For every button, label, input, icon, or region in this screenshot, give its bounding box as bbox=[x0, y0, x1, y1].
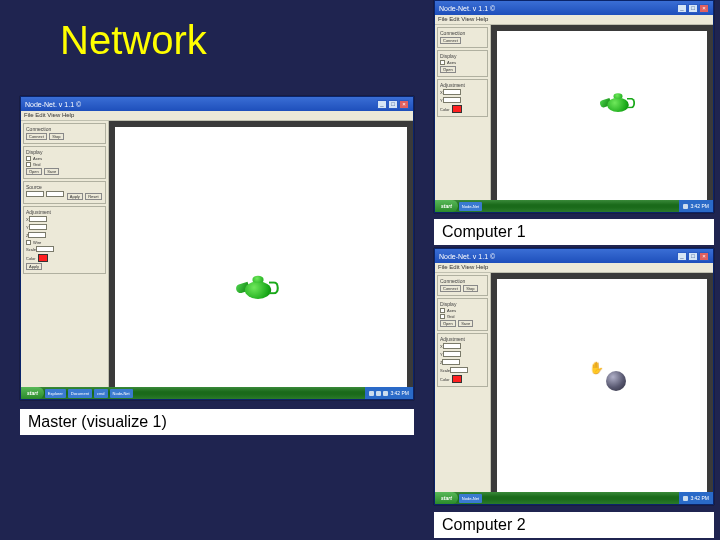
reset-button[interactable]: Reset bbox=[85, 193, 101, 200]
close-button[interactable]: × bbox=[699, 252, 709, 261]
scale-input[interactable] bbox=[450, 367, 468, 373]
tray-icon[interactable] bbox=[376, 391, 381, 396]
maximize-button[interactable]: □ bbox=[688, 252, 698, 261]
taskbar[interactable]: start Explorer Document cmd Node-Net 3:4… bbox=[21, 387, 413, 399]
taskbar-item[interactable]: Node-Net bbox=[459, 202, 482, 211]
color-label: Color bbox=[440, 107, 450, 112]
clock: 3:42 PM bbox=[690, 203, 709, 209]
side-panel: Connection Connect Stop Display Axes Gri… bbox=[435, 273, 491, 504]
start-button[interactable]: start bbox=[21, 387, 44, 399]
scale-label: Scale bbox=[26, 247, 36, 252]
taskbar[interactable]: start Node-Net 3:42 PM bbox=[435, 200, 713, 212]
viewport-3d[interactable] bbox=[115, 127, 407, 393]
panel-adjustment: Adjustment X Y Color bbox=[437, 79, 488, 117]
menubar[interactable]: File Edit View Help bbox=[435, 263, 713, 273]
open-button[interactable]: Open bbox=[26, 168, 42, 175]
section-title: Display bbox=[440, 53, 485, 59]
tray-icon[interactable] bbox=[383, 391, 388, 396]
grid-checkbox[interactable] bbox=[440, 314, 445, 319]
tray-icon[interactable] bbox=[369, 391, 374, 396]
viewport-frame bbox=[109, 121, 413, 399]
save-button[interactable]: Save bbox=[458, 320, 473, 327]
grid-label: Grid bbox=[33, 162, 41, 167]
side-panel: Connection Connect Stop Display Axes Gri… bbox=[21, 121, 109, 399]
viewport-3d[interactable]: ✋ bbox=[497, 279, 707, 498]
maximize-button[interactable]: □ bbox=[688, 4, 698, 13]
titlebar[interactable]: Node-Net. v 1.1 © _ □ × bbox=[435, 1, 713, 15]
minimize-button[interactable]: _ bbox=[677, 4, 687, 13]
window-title: Node-Net. v 1.1 © bbox=[439, 5, 495, 12]
tray-icon[interactable] bbox=[683, 204, 688, 209]
x-input[interactable] bbox=[29, 216, 47, 222]
open-button[interactable]: Open bbox=[440, 66, 456, 73]
color-swatch[interactable] bbox=[452, 375, 462, 383]
minimize-button[interactable]: _ bbox=[377, 100, 387, 109]
save-button[interactable]: Save bbox=[44, 168, 59, 175]
connect-button[interactable]: Connect bbox=[26, 133, 47, 140]
status-panels: Navigation x:0 y:0 Status bbox=[435, 212, 713, 213]
grid-checkbox[interactable] bbox=[26, 162, 31, 167]
color-swatch[interactable] bbox=[38, 254, 48, 262]
start-button[interactable]: start bbox=[435, 200, 458, 212]
connect-button[interactable]: Connect bbox=[440, 285, 461, 292]
taskbar-item[interactable]: Node-Net bbox=[459, 494, 482, 503]
system-tray[interactable]: 3:42 PM bbox=[679, 200, 713, 212]
open-button[interactable]: Open bbox=[440, 320, 456, 327]
axes-checkbox[interactable] bbox=[440, 60, 445, 65]
start-button[interactable]: start bbox=[435, 492, 458, 504]
clock: 3:42 PM bbox=[690, 495, 709, 501]
teapot-icon bbox=[236, 275, 280, 304]
minimize-button[interactable]: _ bbox=[677, 252, 687, 261]
axes-label: Axes bbox=[33, 156, 42, 161]
status-panels: Navigation x:0 y:0 z:0 Status bbox=[21, 399, 413, 400]
menubar[interactable]: File Edit View Help bbox=[21, 111, 413, 121]
menubar[interactable]: File Edit View Help bbox=[435, 15, 713, 25]
viewport-frame bbox=[491, 25, 713, 212]
window-title: Node-Net. v 1.1 © bbox=[25, 101, 81, 108]
y-input[interactable] bbox=[443, 97, 461, 103]
viewport-frame: ✋ bbox=[491, 273, 713, 504]
source-input-1[interactable] bbox=[26, 191, 44, 197]
system-tray[interactable]: 3:42 PM bbox=[365, 387, 413, 399]
connect-button[interactable]: Connect bbox=[440, 37, 461, 44]
taskbar-item[interactable]: cmd bbox=[94, 389, 108, 398]
wire-checkbox[interactable] bbox=[26, 240, 31, 245]
computer1-label: Computer 1 bbox=[434, 219, 714, 245]
taskbar-item[interactable]: Explorer bbox=[45, 389, 66, 398]
titlebar[interactable]: Node-Net. v 1.1 © _ □ × bbox=[21, 97, 413, 111]
apply-button[interactable]: Apply bbox=[67, 193, 83, 200]
source-input-2[interactable] bbox=[46, 191, 64, 197]
y-input[interactable] bbox=[29, 224, 47, 230]
section-title: Connection bbox=[26, 126, 103, 132]
panel-connection: Connection Connect bbox=[437, 27, 488, 48]
taskbar-item[interactable]: Document bbox=[68, 389, 92, 398]
axes-checkbox[interactable] bbox=[440, 308, 445, 313]
axes-checkbox[interactable] bbox=[26, 156, 31, 161]
system-tray[interactable]: 3:42 PM bbox=[679, 492, 713, 504]
taskbar-item[interactable]: Node-Net bbox=[110, 389, 133, 398]
sphere-icon bbox=[606, 371, 626, 391]
section-title: Display bbox=[440, 301, 485, 307]
axes-label: Axes bbox=[447, 308, 456, 313]
stop-button[interactable]: Stop bbox=[463, 285, 477, 292]
tray-icon[interactable] bbox=[683, 496, 688, 501]
viewport-3d[interactable] bbox=[497, 31, 707, 206]
taskbar[interactable]: start Node-Net 3:42 PM bbox=[435, 492, 713, 504]
axes-label: Axes bbox=[447, 60, 456, 65]
apply-button[interactable]: Apply bbox=[26, 263, 42, 270]
close-button[interactable]: × bbox=[399, 100, 409, 109]
close-button[interactable]: × bbox=[699, 4, 709, 13]
section-title: Connection bbox=[440, 30, 485, 36]
titlebar[interactable]: Node-Net. v 1.1 © _ □ × bbox=[435, 249, 713, 263]
z-input[interactable] bbox=[28, 232, 46, 238]
section-title: Connection bbox=[440, 278, 485, 284]
color-swatch[interactable] bbox=[452, 105, 462, 113]
y-input[interactable] bbox=[443, 351, 461, 357]
maximize-button[interactable]: □ bbox=[388, 100, 398, 109]
z-input[interactable] bbox=[442, 359, 460, 365]
section-title: Adjustment bbox=[440, 82, 485, 88]
x-input[interactable] bbox=[443, 89, 461, 95]
stop-button[interactable]: Stop bbox=[49, 133, 63, 140]
scale-input[interactable] bbox=[36, 246, 54, 252]
x-input[interactable] bbox=[443, 343, 461, 349]
